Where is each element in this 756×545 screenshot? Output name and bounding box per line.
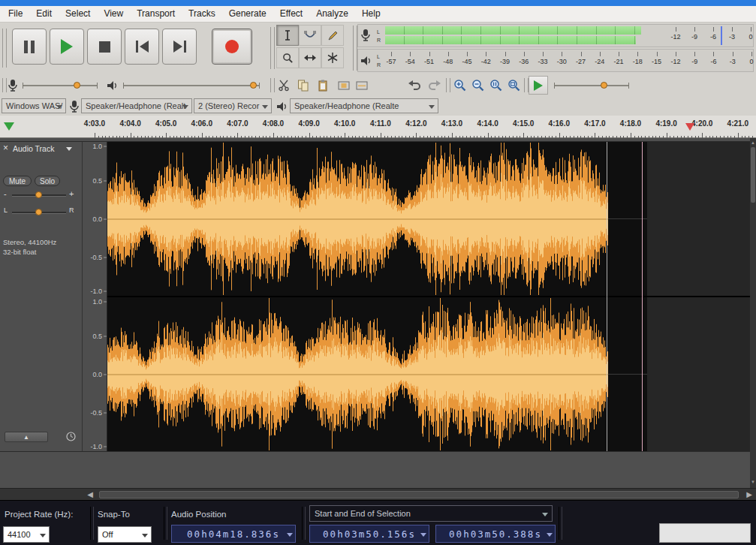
scroll-up-arrow-icon[interactable]: ▲ [750,140,756,146]
recording-volume-slider[interactable] [23,85,98,86]
playback-device-speaker-icon [276,101,288,112]
gain-slider[interactable] [12,194,66,197]
vertical-scrollbar[interactable]: ▲ ▼ [750,138,756,488]
skip-to-start-button[interactable] [125,29,159,65]
meter-scale-number: -21 [614,58,624,65]
selection-end-display[interactable]: 00h03m50.388s [435,525,556,543]
track-collapse-button[interactable]: ▲ [5,432,48,442]
pan-slider-thumb[interactable] [35,209,42,215]
playback-meter[interactable]: L R -57-54-51-48-45-42-39-36-33-30-27-24… [357,49,754,72]
timeline-tick [631,133,631,138]
vertical-ruler[interactable]: 1.00.50.0-0.5-1.01.00.50.0-0.5-1.0 [83,142,107,451]
horizontal-scrollbar-thumb[interactable] [99,491,739,498]
waveform-canvas-right[interactable] [107,297,608,451]
menu-tracks[interactable]: Tracks [182,6,222,22]
timeline-ruler[interactable]: 4:03.04:04.04:05.04:06.04:07.04:08.04:09… [0,116,756,138]
undo-button[interactable] [405,76,423,95]
menu-effect[interactable]: Effect [273,6,309,22]
menu-select[interactable]: Select [59,6,97,22]
play-at-speed-slider-thumb[interactable] [601,82,607,89]
timebox-dropdown-icon[interactable] [420,533,426,537]
pause-button[interactable] [12,29,47,65]
tools-toolbar-grip[interactable] [270,27,275,69]
menu-edit[interactable]: Edit [29,6,59,22]
title-bar[interactable] [0,0,756,6]
menu-view[interactable]: View [97,6,130,22]
vertical-scrollbar-thumb[interactable] [751,147,755,203]
playback-device-select[interactable]: Speaker/Headphone (Realte [290,98,438,113]
envelope-icon [304,30,316,41]
scroll-left-arrow-icon[interactable]: ◀ [84,489,96,500]
play-button[interactable] [50,29,84,65]
recording-channels-select[interactable]: 2 (Stereo) Recor [194,98,272,113]
selection-tool-button[interactable] [276,25,299,46]
solo-button[interactable]: Solo [35,176,60,186]
stop-button[interactable] [87,29,122,65]
ibeam-icon [282,30,293,41]
play-at-speed-button[interactable] [529,76,548,95]
gain-slider-thumb[interactable] [35,191,42,198]
record-button[interactable] [212,29,252,65]
paste-button[interactable] [314,76,332,95]
recording-device-select[interactable]: Speaker/Headphone (Realt [81,98,192,113]
mute-button[interactable]: Mute [3,176,32,186]
copy-button[interactable] [294,76,312,95]
vruler-value: 0.0 [92,215,102,223]
timeline-tick [416,133,417,138]
redo-button[interactable] [425,76,443,95]
audio-position-display[interactable]: 00h04m18.836s [171,525,296,543]
scroll-down-arrow-icon[interactable]: ▼ [750,479,756,485]
menu-file[interactable]: File [2,6,29,22]
recording-volume-slider-thumb[interactable] [74,82,80,89]
playback-volume-slider[interactable] [123,85,260,86]
selection-mode-select[interactable]: Start and End of Selection [309,505,553,522]
zoom-tool-button[interactable] [276,47,299,68]
selection-start-display[interactable]: 00h03m50.156s [309,525,429,543]
audio-host-select[interactable]: Windows WAS/ [2,98,66,113]
snap-to-select[interactable]: Off [98,526,152,543]
playback-volume-slider-thumb[interactable] [250,82,257,89]
time-shift-tool-button[interactable] [299,47,321,68]
play-at-speed-slider[interactable] [554,85,629,86]
audio-position-label: Audio Position [171,510,227,519]
track-close-button[interactable]: × [3,143,8,153]
multi-tool-button[interactable] [321,47,344,68]
zoom-selection-button[interactable] [486,76,505,95]
zoom-fit-button[interactable] [505,76,523,95]
envelope-tool-button[interactable] [299,25,321,46]
menu-help[interactable]: Help [355,6,387,22]
timeline-label: 4:16.0 [549,119,570,128]
meter-scale-number: -12 [670,33,680,41]
scroll-right-arrow-icon[interactable]: ▶ [743,489,755,500]
skip-to-end-button[interactable] [162,29,197,65]
track-timer-icon[interactable] [66,432,76,441]
horizontal-scrollbar[interactable]: ◀ ▶ [0,488,756,500]
playback-volume-speaker-icon [107,80,119,91]
zoom-out-button[interactable] [468,76,486,95]
pan-slider[interactable] [12,212,66,214]
meter-scale-tick [751,52,752,56]
menu-generate[interactable]: Generate [222,6,273,22]
timeline-recording-pin-icon [685,123,694,131]
transport-toolbar-grip[interactable] [2,29,7,68]
meter-scale-number: -33 [538,58,548,65]
cut-button[interactable] [275,76,293,95]
toolbar-row-2 [0,74,756,97]
scissors-icon [278,80,290,92]
zoom-fit-icon [508,79,520,92]
waveform-canvas-left[interactable] [107,142,608,296]
mixer-toolbar-grip[interactable] [2,78,7,92]
timebox-dropdown-icon[interactable] [287,533,293,537]
zoom-in-button[interactable] [450,76,468,95]
track-title[interactable]: Audio Track [13,144,54,153]
trim-audio-button[interactable] [335,76,353,95]
project-rate-select[interactable]: 44100 [3,526,50,543]
menu-analyze[interactable]: Analyze [309,6,355,22]
timebox-dropdown-icon[interactable] [547,533,553,537]
recording-meter[interactable]: L R -12-9-6-30 [357,24,754,47]
track-menu-dropdown-icon[interactable] [66,147,72,151]
vruler-tick [104,146,107,147]
draw-tool-button[interactable] [321,25,344,46]
silence-audio-button[interactable] [353,76,371,95]
menu-transport[interactable]: Transport [130,6,182,22]
